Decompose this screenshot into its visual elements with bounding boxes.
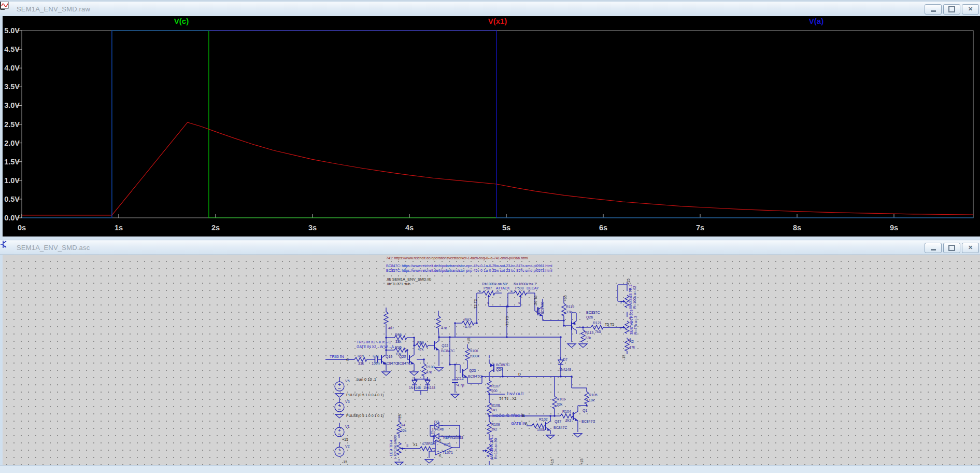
schematic-text: -15 [398,414,402,420]
schematic-text: 741: https://www.reichelt.de/operationsv… [386,256,528,260]
x-tick-label: 3s [308,224,317,232]
ground [451,394,459,398]
y-tick-label: 4.0V [4,64,20,72]
schematic-text: PULSE(0 5 1 0 0 4 0 1) [346,393,384,397]
schematic-titlebar[interactable]: SEM1A_ENV_SMD.asc ✕ [0,240,980,255]
schematic-text: R105 [589,393,598,397]
junction-dot [432,435,434,437]
schematic-text: R119 [566,305,574,309]
schematic-text: E [629,316,631,319]
trace-V(x1) [22,122,973,215]
schematic-window: SEM1A_ENV_SMD.asc ✕ -+741: https://www.r… [0,240,980,473]
schematic-text: Q25 [536,308,541,314]
schematic-text: V3 [345,400,350,404]
schematic-text: R4 [401,423,405,427]
x-tick-label: 6s [599,224,607,232]
waveform-window-title: SEM1A_ENV_SMD.raw [17,5,925,13]
schematic-text: BC857C: https://www.reichelt.de/bipolart… [386,269,552,273]
schematic-text: BC857C [496,363,509,367]
schematic-text: P508 [515,286,523,290]
y-tick-label: 1.0V [4,176,20,185]
junction-dot [449,364,451,366]
legend-V(a): V(a) [809,17,823,25]
schematic-text: Q24 [496,368,503,372]
schematic-text: A [491,457,493,461]
schematic-text: X1 [413,443,418,447]
waveform-plot-area[interactable]: 0.0V0.5V1.0V1.5V2.0V2.5V3.0V3.5V4.0V4.5V… [0,16,980,240]
schematic-text: A [394,456,396,460]
schematic-text: R103 [557,397,565,401]
waveform-titlebar[interactable]: SEM1A_ENV_SMD.raw ✕ [0,2,980,16]
svg-text:+: + [437,449,439,454]
schematic-text: Q27 [555,420,561,424]
schematic-text: 15 [438,439,442,442]
close-button[interactable]: ✕ [962,4,979,15]
resistor [420,447,432,451]
voltage-source [335,447,344,456]
restore-button[interactable] [943,243,960,253]
resistor [585,392,589,404]
npn-transistor [434,337,439,354]
schematic-text: D2 [431,431,435,435]
schematic-text: P507 [484,286,492,290]
ground [435,368,443,371]
schematic-text: R107 [491,384,500,388]
resistor [354,357,367,361]
schematic-text: +15 [627,279,630,285]
y-tick-label: 3.5V [4,82,20,91]
schematic-text: R=10k a=.90 [494,438,498,459]
resistor [532,424,544,428]
schematic-text: C [346,358,349,361]
schematic-text: 7k5 [595,330,601,333]
waveform-icon [4,5,12,13]
schematic-text: S [619,327,621,330]
schematic-text: 33k [557,402,563,406]
schematic-text: R2 [629,340,634,343]
schematic-text: S [487,301,489,304]
schematic-text: A [629,312,631,315]
minimize-button[interactable] [925,243,942,253]
y-tick-label: 5.0V [4,26,20,35]
waveform-window: SEM1A_ENV_SMD.raw ✕ 0.0V0.5V1.0V1.5V2.0V… [0,2,980,240]
schematic-text: V1 [345,425,350,428]
schematic-text: PULSE(0 5 1 0 0 1 0 1) [346,414,384,418]
schematic-text: BC857C [586,311,600,314]
x-tick-label: 1s [115,224,123,232]
minimize-button[interactable] [925,4,942,15]
schematic-window-title: SEM1A_ENV_SMD.asc [17,244,925,252]
junction-dot [502,375,504,378]
schematic-text: 4k7 [388,326,394,330]
close-button[interactable]: ✕ [962,243,979,253]
schematic-text: E [491,440,493,443]
schematic-text: MOOG /S-TRIG IN [492,413,525,418]
x-tick-label: 4s [405,224,414,232]
schematic-text: 100k [537,428,545,432]
npn-transistor [573,408,578,424]
schematic-text: 100n [372,361,380,365]
plot-frame [22,31,973,218]
potentiometer-wiper [401,448,405,450]
ground [567,344,576,347]
resistor [487,422,491,434]
schematic-text: TL071 [443,451,453,454]
schematic-text: +15 [467,338,471,344]
schematic-text: S [406,444,408,447]
schematic-text: E [479,289,481,293]
x-tick-label: 5s [502,224,510,232]
ground [382,372,390,375]
resistor [591,325,603,329]
window-border [0,16,3,240]
restore-button[interactable] [943,4,960,15]
schematic-text: S [518,301,520,304]
resistor [487,380,491,393]
resistor [562,303,566,316]
ground [395,462,403,465]
resistor [482,291,495,295]
potentiometer-wiper [488,295,490,299]
ground [335,394,344,397]
y-tick-label: 0.5V [4,195,20,203]
x-tick-label: 2s [211,224,220,232]
schematic-canvas[interactable]: -+741: https://www.reichelt.de/operation… [0,255,980,465]
junction-dot [560,375,562,378]
ground [335,414,344,418]
